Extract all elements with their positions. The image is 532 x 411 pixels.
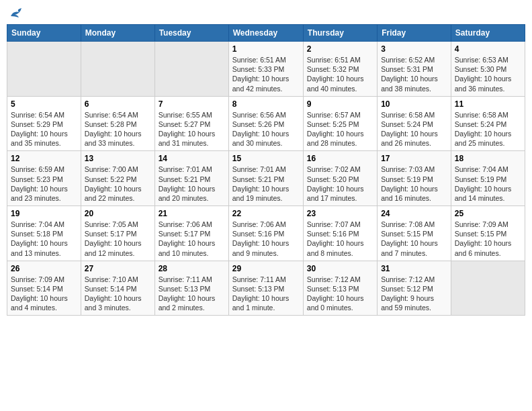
calendar-cell: 27Sunrise: 7:10 AM Sunset: 5:14 PM Dayli… <box>81 261 154 316</box>
calendar-cell: 13Sunrise: 7:00 AM Sunset: 5:22 PM Dayli… <box>81 151 154 206</box>
calendar-cell: 14Sunrise: 7:01 AM Sunset: 5:21 PM Dayli… <box>154 151 228 206</box>
day-number: 24 <box>381 209 447 218</box>
day-number: 27 <box>85 264 151 273</box>
day-number: 6 <box>85 99 151 109</box>
calendar-cell: 19Sunrise: 7:04 AM Sunset: 5:18 PM Dayli… <box>7 206 81 261</box>
day-number: 23 <box>307 209 373 218</box>
day-info: Sunrise: 7:11 AM Sunset: 5:13 PM Dayligh… <box>159 275 225 313</box>
calendar-cell: 24Sunrise: 7:08 AM Sunset: 5:15 PM Dayli… <box>378 206 451 261</box>
day-number: 21 <box>159 209 225 218</box>
day-info: Sunrise: 7:04 AM Sunset: 5:19 PM Dayligh… <box>455 165 521 203</box>
day-number: 12 <box>11 154 77 163</box>
day-info: Sunrise: 7:07 AM Sunset: 5:16 PM Dayligh… <box>307 220 373 258</box>
day-number: 9 <box>307 99 373 109</box>
week-row-4: 19Sunrise: 7:04 AM Sunset: 5:18 PM Dayli… <box>7 206 525 261</box>
calendar-cell: 7Sunrise: 6:55 AM Sunset: 5:27 PM Daylig… <box>154 96 228 151</box>
week-row-3: 12Sunrise: 6:59 AM Sunset: 5:23 PM Dayli… <box>7 151 525 206</box>
day-info: Sunrise: 6:51 AM Sunset: 5:33 PM Dayligh… <box>232 55 300 93</box>
calendar-cell: 15Sunrise: 7:01 AM Sunset: 5:21 PM Dayli… <box>228 151 303 206</box>
calendar-cell: 5Sunrise: 6:54 AM Sunset: 5:29 PM Daylig… <box>7 96 81 151</box>
page-header <box>7 7 525 21</box>
day-number: 7 <box>159 99 225 109</box>
day-number: 2 <box>307 44 373 54</box>
calendar-cell: 3Sunrise: 6:52 AM Sunset: 5:31 PM Daylig… <box>378 42 451 97</box>
calendar-cell: 30Sunrise: 7:12 AM Sunset: 5:13 PM Dayli… <box>303 261 377 316</box>
calendar-cell: 20Sunrise: 7:05 AM Sunset: 5:17 PM Dayli… <box>81 206 154 261</box>
calendar-cell <box>451 261 525 316</box>
day-info: Sunrise: 7:06 AM Sunset: 5:17 PM Dayligh… <box>159 220 225 258</box>
day-number: 18 <box>455 154 521 163</box>
logo-bird-icon <box>8 7 23 21</box>
day-header-saturday: Saturday <box>451 25 525 42</box>
day-info: Sunrise: 6:52 AM Sunset: 5:31 PM Dayligh… <box>381 55 447 93</box>
day-number: 30 <box>307 264 373 273</box>
day-number: 4 <box>455 44 521 54</box>
day-info: Sunrise: 6:56 AM Sunset: 5:26 PM Dayligh… <box>232 110 300 148</box>
day-info: Sunrise: 7:09 AM Sunset: 5:15 PM Dayligh… <box>455 220 521 258</box>
day-info: Sunrise: 7:09 AM Sunset: 5:14 PM Dayligh… <box>11 275 77 313</box>
week-row-2: 5Sunrise: 6:54 AM Sunset: 5:29 PM Daylig… <box>7 96 525 151</box>
day-number: 8 <box>232 99 300 109</box>
day-info: Sunrise: 6:58 AM Sunset: 5:24 PM Dayligh… <box>455 110 521 148</box>
day-number: 17 <box>381 154 447 163</box>
day-info: Sunrise: 7:00 AM Sunset: 5:22 PM Dayligh… <box>85 165 151 203</box>
day-info: Sunrise: 6:51 AM Sunset: 5:32 PM Dayligh… <box>307 55 373 93</box>
day-info: Sunrise: 6:53 AM Sunset: 5:30 PM Dayligh… <box>455 55 521 93</box>
calendar-cell: 28Sunrise: 7:11 AM Sunset: 5:13 PM Dayli… <box>154 261 228 316</box>
calendar-cell: 26Sunrise: 7:09 AM Sunset: 5:14 PM Dayli… <box>7 261 81 316</box>
day-info: Sunrise: 7:03 AM Sunset: 5:19 PM Dayligh… <box>381 165 447 203</box>
calendar-cell: 18Sunrise: 7:04 AM Sunset: 5:19 PM Dayli… <box>451 151 525 206</box>
day-info: Sunrise: 7:12 AM Sunset: 5:12 PM Dayligh… <box>381 275 447 313</box>
day-info: Sunrise: 6:54 AM Sunset: 5:29 PM Dayligh… <box>11 110 77 148</box>
day-info: Sunrise: 7:04 AM Sunset: 5:18 PM Dayligh… <box>11 220 77 258</box>
day-number: 29 <box>232 264 300 273</box>
calendar-header-row: SundayMondayTuesdayWednesdayThursdayFrid… <box>7 25 525 42</box>
day-number: 20 <box>85 209 151 218</box>
calendar-cell: 23Sunrise: 7:07 AM Sunset: 5:16 PM Dayli… <box>303 206 377 261</box>
calendar-cell: 11Sunrise: 6:58 AM Sunset: 5:24 PM Dayli… <box>451 96 525 151</box>
calendar-table: SundayMondayTuesdayWednesdayThursdayFrid… <box>7 24 525 316</box>
calendar-cell: 22Sunrise: 7:06 AM Sunset: 5:16 PM Dayli… <box>228 206 303 261</box>
day-number: 11 <box>455 99 521 109</box>
calendar-cell: 25Sunrise: 7:09 AM Sunset: 5:15 PM Dayli… <box>451 206 525 261</box>
calendar-cell <box>7 42 81 97</box>
calendar-cell: 4Sunrise: 6:53 AM Sunset: 5:30 PM Daylig… <box>451 42 525 97</box>
day-number: 22 <box>232 209 300 218</box>
day-header-monday: Monday <box>81 25 154 42</box>
day-info: Sunrise: 7:10 AM Sunset: 5:14 PM Dayligh… <box>85 275 151 313</box>
day-number: 1 <box>232 44 300 54</box>
day-number: 16 <box>307 154 373 163</box>
day-header-wednesday: Wednesday <box>228 25 303 42</box>
calendar-cell: 17Sunrise: 7:03 AM Sunset: 5:19 PM Dayli… <box>378 151 451 206</box>
day-number: 15 <box>232 154 300 163</box>
calendar-cell: 31Sunrise: 7:12 AM Sunset: 5:12 PM Dayli… <box>378 261 451 316</box>
calendar-cell <box>81 42 154 97</box>
day-info: Sunrise: 6:55 AM Sunset: 5:27 PM Dayligh… <box>159 110 225 148</box>
day-number: 10 <box>381 99 447 109</box>
calendar-cell: 9Sunrise: 6:57 AM Sunset: 5:25 PM Daylig… <box>303 96 377 151</box>
week-row-1: 1Sunrise: 6:51 AM Sunset: 5:33 PM Daylig… <box>7 42 525 97</box>
day-number: 26 <box>11 264 77 273</box>
calendar-cell <box>154 42 228 97</box>
day-header-friday: Friday <box>378 25 451 42</box>
day-info: Sunrise: 7:06 AM Sunset: 5:16 PM Dayligh… <box>232 220 300 258</box>
day-info: Sunrise: 6:57 AM Sunset: 5:25 PM Dayligh… <box>307 110 373 148</box>
day-info: Sunrise: 7:08 AM Sunset: 5:15 PM Dayligh… <box>381 220 447 258</box>
day-number: 28 <box>159 264 225 273</box>
calendar-cell: 12Sunrise: 6:59 AM Sunset: 5:23 PM Dayli… <box>7 151 81 206</box>
day-header-sunday: Sunday <box>7 25 81 42</box>
calendar-cell: 21Sunrise: 7:06 AM Sunset: 5:17 PM Dayli… <box>154 206 228 261</box>
day-number: 14 <box>159 154 225 163</box>
logo <box>7 7 23 21</box>
calendar-cell: 8Sunrise: 6:56 AM Sunset: 5:26 PM Daylig… <box>228 96 303 151</box>
day-number: 5 <box>11 99 77 109</box>
day-info: Sunrise: 6:58 AM Sunset: 5:24 PM Dayligh… <box>381 110 447 148</box>
day-info: Sunrise: 7:11 AM Sunset: 5:13 PM Dayligh… <box>232 275 300 313</box>
week-row-5: 26Sunrise: 7:09 AM Sunset: 5:14 PM Dayli… <box>7 261 525 316</box>
day-header-thursday: Thursday <box>303 25 377 42</box>
calendar-cell: 1Sunrise: 6:51 AM Sunset: 5:33 PM Daylig… <box>228 42 303 97</box>
day-number: 3 <box>381 44 447 54</box>
day-info: Sunrise: 6:54 AM Sunset: 5:28 PM Dayligh… <box>85 110 151 148</box>
calendar-cell: 29Sunrise: 7:11 AM Sunset: 5:13 PM Dayli… <box>228 261 303 316</box>
calendar-cell: 6Sunrise: 6:54 AM Sunset: 5:28 PM Daylig… <box>81 96 154 151</box>
